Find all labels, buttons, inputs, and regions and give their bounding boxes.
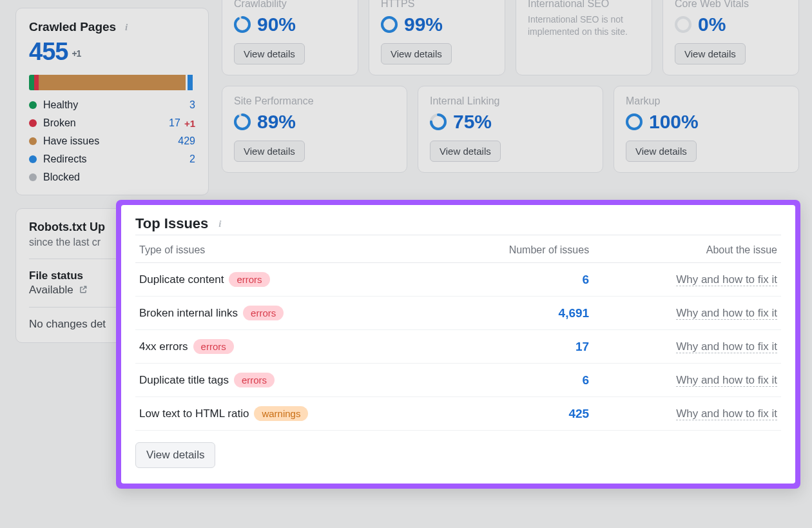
progress-ring-icon [626,113,643,130]
legend-dot-icon [29,173,37,181]
table-row: 4xx errorserrors17Why and how to fix it [135,330,781,364]
progress-ring-icon [430,113,447,130]
progress-ring-icon [675,16,691,33]
fix-link[interactable]: Why and how to fix it [676,307,777,320]
fix-link[interactable]: Why and how to fix it [676,340,777,353]
tile-label: International SEO [528,0,640,10]
view-details-button[interactable]: View details [381,43,452,64]
legend-dot-icon [29,119,37,127]
view-details-button[interactable]: View details [135,442,215,468]
fix-link[interactable]: Why and how to fix it [676,374,777,387]
tile-value: 0% [675,14,787,35]
legend-label: Healthy [43,99,172,111]
metric-tile: Site Performance89%View details [222,86,407,173]
issue-name[interactable]: 4xx errorserrors [135,330,441,364]
legend-delta: +1 [184,118,195,129]
svg-point-7 [235,115,249,129]
legend-label: Have issues [43,135,172,147]
issue-badge: errors [193,339,234,354]
crawled-pages-count[interactable]: 455+1 [29,38,195,66]
table-row: Broken internal linkserrors4,691Why and … [135,297,781,330]
view-details-button[interactable]: View details [430,141,501,162]
tile-message: International SEO is not implemented on … [528,14,640,38]
metric-tile: Internal Linking75%View details [418,86,603,173]
col-about: About the issue [593,235,781,263]
legend-row[interactable]: Have issues429 [29,135,195,147]
legend-row[interactable]: Broken17+1 [29,117,195,129]
table-row: Duplicate contenterrors6Why and how to f… [135,263,781,297]
issue-badge: warnings [254,406,308,421]
view-details-button[interactable]: View details [675,43,746,64]
crawled-pages-card: Crawled Pages i 455+1 Healthy3Broken17+1… [15,8,209,195]
progress-ring-icon [234,113,251,130]
issue-badge: errors [229,272,269,287]
issue-count[interactable]: 6 [441,364,593,397]
legend-dot-icon [29,137,37,145]
issue-count[interactable]: 6 [441,263,593,297]
progress-ring-icon [381,16,398,33]
issue-name[interactable]: Duplicate contenterrors [135,263,441,297]
issue-name[interactable]: Broken internal linkserrors [135,297,441,330]
info-icon[interactable]: i [121,22,131,32]
svg-point-11 [627,115,641,129]
tile-label: Crawlability [234,0,346,10]
legend-row[interactable]: Redirects2 [29,153,195,165]
tile-value: 90% [234,14,346,35]
metric-tile: Crawlability90%View details [222,0,358,75]
issue-name[interactable]: Low text to HTML ratiowarnings [135,397,441,431]
progress-ring-icon [234,16,251,33]
tile-value: 75% [430,111,591,133]
top-issues-title: Top Issues [135,215,208,232]
col-number: Number of issues [441,235,593,263]
legend-value: 429 [172,135,195,147]
tile-label: Core Web Vitals [675,0,787,10]
tile-value: 99% [381,14,493,35]
legend-value: 3 [172,99,195,111]
legend-label: Broken [43,117,157,129]
tile-value: 89% [234,111,395,133]
tile-label: HTTPS [381,0,493,10]
crawled-pages-bar [29,75,195,90]
issue-badge: errors [234,373,275,387]
legend-value: 17 [157,117,180,129]
tile-label: Internal Linking [430,95,591,107]
view-details-button[interactable]: View details [626,141,697,162]
view-details-button[interactable]: View details [234,43,305,64]
tile-label: Markup [626,95,787,107]
top-issues-highlight: Top Issues i Type of issues Number of is… [116,200,800,489]
metric-tile: Core Web Vitals0%View details [662,0,799,75]
fix-link[interactable]: Why and how to fix it [676,273,777,286]
crawled-pages-title: Crawled Pages [29,20,116,34]
issue-count[interactable]: 425 [441,397,593,431]
col-type: Type of issues [135,235,441,263]
fix-link[interactable]: Why and how to fix it [676,407,777,420]
svg-point-1 [235,17,249,32]
svg-point-3 [382,17,396,32]
legend-label: Blocked [43,171,195,183]
legend-value: 2 [172,153,195,165]
metric-tile: HTTPS99%View details [369,0,505,75]
info-icon[interactable]: i [215,219,225,229]
metric-tile: Markup100%View details [614,86,799,173]
tile-value: 100% [626,111,787,133]
external-link-icon [79,285,88,294]
tile-label: Site Performance [234,95,395,107]
top-issues-table: Type of issues Number of issues About th… [135,235,781,431]
svg-point-4 [676,17,690,32]
table-row: Low text to HTML ratiowarnings425Why and… [135,397,781,431]
table-row: Duplicate title tagserrors6Why and how t… [135,364,781,397]
legend-row[interactable]: Healthy3 [29,99,195,111]
view-details-button[interactable]: View details [234,141,305,162]
metric-tile: International SEOInternational SEO is no… [516,0,652,75]
issue-count[interactable]: 4,691 [441,297,593,330]
legend-row[interactable]: Blocked [29,171,195,183]
legend-dot-icon [29,101,37,109]
issue-badge: errors [243,306,284,320]
legend-dot-icon [29,155,37,163]
issue-name[interactable]: Duplicate title tagserrors [135,364,441,397]
issue-count[interactable]: 17 [441,330,593,364]
legend-label: Redirects [43,153,172,165]
crawled-pages-delta: +1 [72,48,81,59]
